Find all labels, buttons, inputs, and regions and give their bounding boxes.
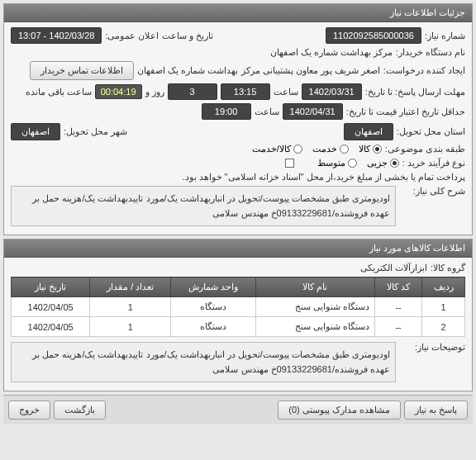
items-panel-title: اطلاعات کالاهای مورد نیاز: [369, 243, 465, 253]
cell-date: 1402/04/05: [12, 297, 90, 317]
category-label: طبقه بندی موضوعی:: [385, 144, 465, 154]
group-value: ابزارآلات الکتریکی: [360, 263, 427, 273]
requester-label: ایجاد کننده درخواست:: [383, 65, 465, 76]
radio-services-label: خدمت: [312, 144, 337, 154]
need-no-label: شماره نیاز:: [425, 31, 465, 41]
radio-both[interactable]: کالا/خدمت: [252, 144, 302, 154]
info-panel-title: جزئیات اطلاعات نیاز: [390, 7, 465, 17]
items-panel: اطلاعات کالاهای مورد نیاز گروه کالا: ابز…: [3, 239, 473, 391]
announce-value: 1402/03/28 - 13:07: [11, 27, 102, 44]
payment-note: پرداخت تمام یا بخشی از مبلغ خرید،از محل …: [182, 172, 465, 183]
info-panel-body: شماره نیاز: 1102092585000036 تاریخ و ساع…: [4, 22, 472, 235]
process-radio-group: جزیی متوسط: [317, 158, 399, 168]
notes-box: اودیومتری طبق مشخصات پیوست/تحویل در انبا…: [11, 342, 396, 382]
cell-name: دستگاه شنوایی سنج: [255, 317, 374, 337]
contact-button[interactable]: اطلاعات تماس خریدار: [30, 61, 134, 80]
attachments-button[interactable]: مشاهده مدارک پیوستی (0): [278, 401, 401, 420]
remaining-label: ساعت باقی مانده: [26, 87, 92, 97]
day-label: روز و: [145, 87, 164, 97]
exit-button[interactable]: خروج: [8, 401, 50, 420]
cell-qty: 1: [90, 297, 171, 317]
buyer-label: نام دستگاه خریدار:: [396, 47, 465, 58]
th-row: ردیف: [422, 277, 465, 297]
items-panel-body: گروه کالا: ابزارآلات الکتریکی ردیف کد کا…: [4, 258, 472, 391]
validity-label: حداقل تاریخ اعتبار قیمت تا تاریخ:: [346, 107, 465, 117]
deadline-date: 1402/03/31: [302, 83, 362, 100]
radio-goods-circle: [373, 145, 382, 154]
cell-row: 2: [422, 317, 465, 337]
desc-text: اودیومتری طبق مشخصات پیوست/تحویل در انبا…: [32, 193, 390, 218]
requester-value: اصغر شریف پور معاون پشتیبانی مرکز بهداشت…: [137, 65, 380, 76]
cell-code: --: [374, 317, 421, 337]
validity-time: 19:00: [202, 103, 251, 120]
cell-date: 1402/04/05: [12, 317, 90, 337]
days-value: 3: [168, 83, 217, 100]
province-need-label: استان محل تحویل:: [397, 126, 465, 137]
items-table: ردیف کد کالا نام کالا واحد شمارش تعداد /…: [11, 277, 465, 337]
table-row[interactable]: 2 -- دستگاه شنوایی سنج دستگاه 1 1402/04/…: [12, 317, 465, 337]
radio-goods-label: کالا: [359, 144, 370, 154]
radio-medium[interactable]: متوسط: [317, 158, 357, 168]
radio-medium-label: متوسط: [317, 158, 345, 168]
buyer-value: مرکز بهداشت شماره یک اصفهان: [270, 47, 393, 58]
validity-date: 1402/04/31: [283, 103, 343, 120]
radio-partial-label: جزیی: [367, 158, 388, 168]
desc-label: شرح کلی نیاز:: [399, 186, 465, 197]
remaining-timer: 00:04:19: [95, 84, 142, 99]
footer-left-group: پاسخ به نیاز مشاهده مدارک پیوستی (0): [278, 401, 468, 420]
radio-services-circle: [340, 145, 349, 154]
radio-goods[interactable]: کالا: [359, 144, 382, 154]
cell-qty: 1: [90, 317, 171, 337]
notes-text: اودیومتری طبق مشخصات پیوست/تحویل در انبا…: [32, 349, 390, 374]
city-need-label: شهر محل تحویل:: [64, 126, 127, 137]
info-panel: جزئیات اطلاعات نیاز شماره نیاز: 11020925…: [3, 3, 473, 235]
th-date: تاریخ نیاز: [12, 277, 90, 297]
radio-medium-circle: [348, 159, 357, 168]
cell-row: 1: [422, 297, 465, 317]
table-header-row: ردیف کد کالا نام کالا واحد شمارش تعداد /…: [12, 277, 465, 297]
footer-bar: پاسخ به نیاز مشاهده مدارک پیوستی (0) باز…: [3, 395, 473, 424]
time-label-1: ساعت: [274, 87, 298, 97]
city-need-value: اصفهان: [11, 123, 60, 140]
radio-both-label: کالا/خدمت: [252, 144, 291, 154]
desc-box: اودیومتری طبق مشخصات پیوست/تحویل در انبا…: [11, 186, 396, 226]
province-need-value: اصفهان: [344, 123, 393, 140]
radio-both-circle: [293, 145, 302, 154]
process-label: نوع فرآیند خرید :: [402, 158, 465, 168]
cell-unit: دستگاه: [171, 297, 255, 317]
notes-label: توضیحات نیاز:: [399, 342, 465, 353]
group-label: گروه کالا:: [431, 263, 465, 273]
th-qty: تعداد / مقدار: [90, 277, 171, 297]
radio-partial-circle: [390, 159, 399, 168]
radio-services[interactable]: خدمت: [312, 144, 349, 154]
announce-label: تاریخ و ساعت اعلان عمومی:: [105, 31, 212, 41]
items-panel-header: اطلاعات کالاهای مورد نیاز: [4, 239, 472, 258]
deadline-time: 13:15: [221, 83, 270, 100]
payment-checkbox[interactable]: [285, 159, 294, 168]
cell-unit: دستگاه: [171, 317, 255, 337]
footer-right-group: بازگشت خروج: [8, 401, 106, 420]
category-radio-group: کالا خدمت کالا/خدمت: [252, 144, 382, 154]
time-label-2: ساعت: [255, 107, 279, 117]
cell-name: دستگاه شنوایی سنج: [255, 297, 374, 317]
info-panel-header: جزئیات اطلاعات نیاز: [4, 4, 472, 22]
table-row[interactable]: 1 -- دستگاه شنوایی سنج دستگاه 1 1402/04/…: [12, 297, 465, 317]
th-name: نام کالا: [255, 277, 374, 297]
th-unit: واحد شمارش: [171, 277, 255, 297]
respond-button[interactable]: پاسخ به نیاز: [404, 401, 468, 420]
cell-code: --: [374, 297, 421, 317]
back-button[interactable]: بازگشت: [54, 401, 106, 420]
th-code: کد کالا: [374, 277, 421, 297]
need-no-value: 1102092585000036: [326, 27, 421, 44]
radio-partial[interactable]: جزیی: [367, 158, 399, 168]
deadline-label: مهلت ارسال پاسخ: تا تاریخ:: [365, 87, 465, 97]
